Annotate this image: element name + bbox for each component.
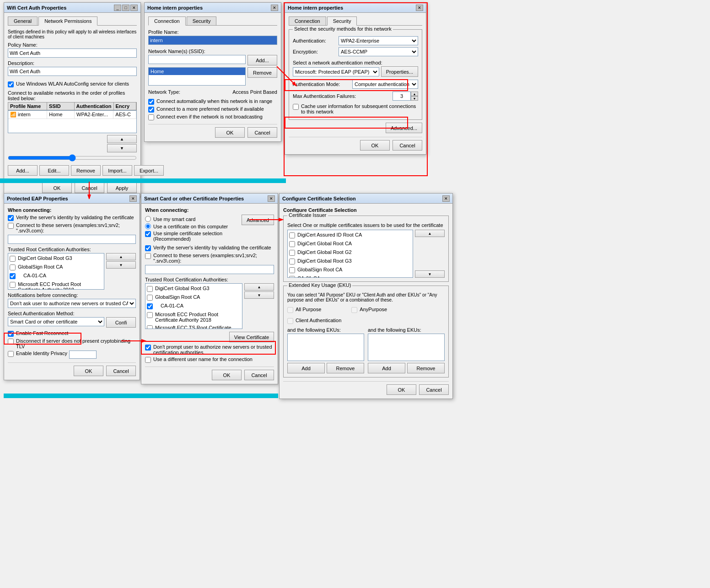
configure-eap-btn[interactable]: Confi xyxy=(106,317,136,328)
import-profile-btn[interactable]: Import... xyxy=(102,165,132,176)
configure-cert-cancel-btn[interactable]: Cancel xyxy=(419,384,449,395)
servers-sc-input[interactable] xyxy=(145,265,274,274)
connect-servers-sc-checkbox[interactable] xyxy=(145,253,151,259)
smart-card-radio[interactable] xyxy=(145,216,151,222)
move-up-btn[interactable]: ▲ xyxy=(107,135,137,143)
description-input[interactable] xyxy=(8,67,137,76)
dont-prompt-checkbox[interactable] xyxy=(145,345,151,351)
verify-server-sc-checkbox[interactable] xyxy=(145,245,151,251)
tab-security-home[interactable]: Security xyxy=(187,16,217,25)
scroll-down-btn[interactable]: ▼ xyxy=(106,261,136,269)
ekus-list-1[interactable] xyxy=(287,334,364,361)
smart-card-close-btn[interactable]: ✕ xyxy=(268,195,275,202)
profile-list[interactable]: 📶 intern Home WPA2-Enter... AES-C xyxy=(8,110,137,133)
ekus-list-2[interactable] xyxy=(368,334,445,361)
all-purpose-checkbox[interactable] xyxy=(287,307,293,313)
ssid-list-item[interactable]: Home xyxy=(149,68,245,75)
policy-name-input[interactable] xyxy=(8,49,137,58)
fast-reconnect-checkbox[interactable] xyxy=(8,331,14,337)
properties-btn[interactable]: Properties... xyxy=(381,66,418,77)
home-connection-ok-btn[interactable]: OK xyxy=(215,127,245,138)
sc-ok-btn[interactable]: OK xyxy=(212,370,242,380)
home-connection-cancel-btn[interactable]: Cancel xyxy=(247,127,277,138)
tab-connection[interactable]: Connection xyxy=(148,16,186,26)
auto-connect-checkbox[interactable] xyxy=(148,99,154,105)
cache-info-checkbox[interactable] xyxy=(293,104,299,110)
certificate-radio[interactable] xyxy=(145,223,151,229)
home-security-ok-btn[interactable]: OK xyxy=(360,140,390,151)
eap-ok-btn[interactable]: OK xyxy=(74,366,103,376)
verify-server-checkbox[interactable] xyxy=(8,215,14,221)
wifi-cert-minimize-btn[interactable]: _ xyxy=(114,5,121,11)
home-connection-close-btn[interactable]: ✕ xyxy=(271,5,278,11)
configure-cert-close-btn[interactable]: ✕ xyxy=(442,195,450,202)
move-down-btn[interactable]: ▼ xyxy=(107,144,137,152)
add-profile-btn[interactable]: Add... xyxy=(8,165,38,176)
sc-scroll-down-btn[interactable]: ▼ xyxy=(244,291,274,299)
profile-name-field[interactable] xyxy=(148,36,277,45)
table-row[interactable]: 📶 intern Home WPA2-Enter... AES-C xyxy=(8,111,136,119)
spinner-up[interactable]: ▲ xyxy=(411,92,418,96)
tab-security-security[interactable]: Security xyxy=(327,16,357,26)
add-ssid-btn[interactable]: Add... xyxy=(247,55,277,65)
ekus-remove-btn-2[interactable]: Remove xyxy=(407,363,445,373)
advanced-btn[interactable]: Advanced... xyxy=(386,123,422,133)
auth-method-select[interactable]: Microsoft: Protected EAP (PEAP) xyxy=(293,67,379,76)
diff-username-checkbox[interactable] xyxy=(145,357,151,363)
ekus-add-btn-2[interactable]: Add xyxy=(368,363,405,373)
smart-card-advanced-btn[interactable]: Advanced xyxy=(242,215,274,225)
eap-bottom-btns: OK Cancel xyxy=(8,362,136,376)
autoconfig-checkbox[interactable] xyxy=(8,81,14,87)
cryptobinding-checkbox[interactable] xyxy=(8,339,14,345)
scroll-bar[interactable] xyxy=(8,154,137,162)
ekus-add-btn-1[interactable]: Add xyxy=(287,363,325,373)
auth-method-select-eap[interactable]: Smart Card or other certificate xyxy=(8,317,104,326)
issuers-list[interactable]: DigiCert Assured ID Root CA DigiCert Glo… xyxy=(287,230,413,278)
any-purpose-checkbox[interactable] xyxy=(351,307,357,313)
edit-profile-btn[interactable]: Edit... xyxy=(39,165,69,176)
identity-input[interactable] xyxy=(69,351,97,359)
wifi-cert-maximize-btn[interactable]: □ xyxy=(122,5,129,11)
tab-general[interactable]: General xyxy=(8,16,38,25)
ok-btn[interactable]: OK xyxy=(42,183,72,193)
cancel-btn[interactable]: Cancel xyxy=(75,183,104,193)
connect-servers-checkbox[interactable] xyxy=(8,223,14,229)
sc-scroll-up-btn[interactable]: ▲ xyxy=(244,283,274,291)
ekus-remove-btn-1[interactable]: Remove xyxy=(327,363,364,373)
remove-profile-btn[interactable]: Remove xyxy=(71,165,101,176)
simple-cert-checkbox[interactable] xyxy=(145,231,151,237)
when-connecting-label: When connecting: xyxy=(8,207,136,213)
tab-security-connection2[interactable]: Connection xyxy=(289,16,326,25)
client-auth-checkbox[interactable] xyxy=(287,318,293,324)
broadcasting-checkbox[interactable] xyxy=(148,114,154,120)
identity-privacy-checkbox[interactable] xyxy=(8,351,14,357)
auth-select[interactable]: WPA2-Enterprise xyxy=(339,36,418,45)
trusted-cas-sc-list[interactable]: DigiCert Global Root G3 GlobalSign Root … xyxy=(145,283,242,329)
wifi-cert-close-btn[interactable]: ✕ xyxy=(130,5,138,11)
ssid-input[interactable] xyxy=(148,55,246,64)
notifications-select[interactable]: Don't ask user to authorize new servers … xyxy=(8,299,136,308)
issuers-scroll-down[interactable]: ▼ xyxy=(415,270,445,278)
sc-cancel-btn[interactable]: Cancel xyxy=(244,370,274,380)
auth-mode-select[interactable]: Computer authentication xyxy=(352,80,418,89)
eap-cancel-btn[interactable]: Cancel xyxy=(106,366,136,376)
trusted-cas-list[interactable]: DigiCert Global Root G3 GlobalSign Root … xyxy=(8,253,104,290)
configure-cert-ok-btn[interactable]: OK xyxy=(387,384,416,395)
preferred-network-checkbox[interactable] xyxy=(148,107,154,113)
view-cert-btn[interactable]: View Certificate xyxy=(229,332,274,342)
home-security-close-btn[interactable]: ✕ xyxy=(416,5,423,11)
enc-select[interactable]: AES-CCMP xyxy=(339,47,418,56)
ssid-list[interactable]: Home xyxy=(148,67,246,86)
apply-btn[interactable]: Apply xyxy=(107,183,137,193)
spinner-down[interactable]: ▼ xyxy=(411,96,418,101)
servers-input[interactable] xyxy=(8,235,136,244)
remove-ssid-btn[interactable]: Remove xyxy=(247,67,277,78)
tab-network-permissions[interactable]: Network Permissions xyxy=(38,16,97,26)
home-security-cancel-btn[interactable]: Cancel xyxy=(393,140,422,151)
issuers-scroll-up[interactable]: ▲ xyxy=(415,230,445,237)
ca-ms-ecc-product: Microsoft ECC Product Root Certificate A… xyxy=(8,281,104,290)
protected-eap-close-btn[interactable]: ✕ xyxy=(129,195,137,202)
max-failures-input[interactable] xyxy=(393,92,411,101)
export-profile-btn[interactable]: Export... xyxy=(134,165,164,176)
scroll-up-btn[interactable]: ▲ xyxy=(106,253,136,260)
